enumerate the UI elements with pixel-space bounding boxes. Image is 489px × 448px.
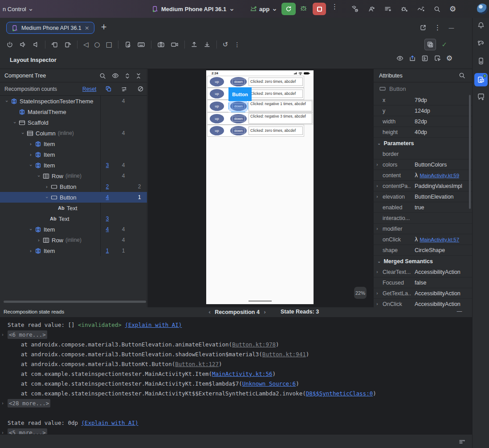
attribute-row-colors[interactable]: ›colorsButtonColors — [374, 159, 472, 170]
layout-inspector-tool-button[interactable] — [474, 73, 488, 86]
console-fold-line[interactable]: ›<6 more...> — [0, 330, 472, 340]
gradle-icon[interactable] — [477, 39, 485, 46]
tree-row-item-6[interactable]: ›Item34 — [0, 160, 147, 171]
ai-chat-icon[interactable] — [477, 93, 485, 101]
close-tab-icon[interactable]: × — [85, 25, 90, 31]
recomposition-count[interactable]: 2 — [99, 181, 115, 192]
build-variants-icon[interactable] — [384, 5, 392, 13]
attribute-row-contentpa[interactable]: ›contentPa...PaddingValuesImpl — [374, 181, 472, 191]
tab-medium-phone[interactable]: Medium Phone API 36.1 × — [6, 22, 94, 34]
view-options-eye-icon[interactable] — [396, 55, 404, 62]
next-recomposition-icon[interactable]: › — [264, 309, 266, 315]
up-button[interactable]: up — [210, 114, 224, 123]
apply-changes-icon[interactable] — [367, 5, 375, 13]
recomposition-count[interactable]: 1 — [99, 245, 115, 256]
attach-debugger-icon[interactable] — [400, 5, 408, 13]
attribute-row-shape[interactable]: shapeCircleShape — [374, 245, 472, 256]
recomposition-count[interactable]: 3 — [99, 213, 115, 224]
rerun-button[interactable] — [281, 3, 296, 15]
device-selector[interactable]: Medium Phone API 36.1 ⌄ — [151, 5, 235, 12]
attribute-row-focused[interactable]: Focusedfalse — [374, 277, 472, 288]
tree-filter-eye-icon[interactable] — [111, 72, 119, 79]
prev-recomposition-icon[interactable]: ‹ — [208, 309, 211, 315]
add-tab-icon[interactable]: + — [101, 23, 107, 31]
attributes-search-icon[interactable] — [458, 72, 466, 79]
stop-button[interactable] — [313, 3, 326, 15]
chevron-collapsed-icon[interactable]: › — [28, 248, 34, 254]
attribute-row-enabled[interactable]: enabledtrue — [374, 202, 472, 213]
tree-row-item-5[interactable]: ›Item — [0, 149, 147, 160]
chevron-expanded-icon[interactable]: › — [28, 226, 34, 232]
chevron-expanded-icon[interactable]: › — [44, 194, 50, 200]
show-skips-icon[interactable] — [116, 86, 132, 92]
screen-record-icon[interactable] — [171, 41, 179, 48]
expand-chevron-icon[interactable]: › — [376, 162, 381, 167]
notifications-bell-icon[interactable] — [477, 21, 485, 29]
back-icon[interactable]: ◁ — [83, 41, 89, 48]
power-icon[interactable] — [6, 41, 13, 48]
expand-chevron-icon[interactable]: › — [376, 183, 381, 188]
reset-counts-link[interactable]: Reset — [82, 86, 96, 92]
open-in-window-icon[interactable] — [420, 24, 427, 31]
home-icon[interactable]: ○ — [94, 41, 100, 48]
section-parameters[interactable]: ⌄Parameters — [374, 138, 472, 149]
tab-options-kebab-icon[interactable]: ⋮ — [434, 24, 441, 31]
volume-down-icon[interactable] — [32, 41, 39, 48]
tree-row-item-14[interactable]: ›Item11 — [0, 245, 147, 256]
section-merged-semantics[interactable]: ⌄Merged Semantics — [374, 256, 472, 267]
recomposition-count[interactable]: 4 — [99, 224, 115, 235]
toggle-tree-icon[interactable] — [421, 55, 429, 62]
console-source-link[interactable]: Button.kt:978 — [232, 341, 276, 348]
tree-row-stateinspectiontestertheme-0[interactable]: ›StateInspectionTesterTheme4 — [0, 96, 147, 106]
more-actions-icon[interactable]: ⋮ — [331, 4, 338, 10]
tree-row-item-12[interactable]: ›Item44 — [0, 224, 147, 235]
chevron-expanded-icon[interactable]: › — [28, 162, 34, 168]
fold-chevron-icon[interactable]: › — [2, 399, 4, 408]
attribute-row-cleartext[interactable]: ›ClearText...AccessibilityAction — [374, 267, 472, 277]
fold-chevron-icon[interactable]: › — [2, 330, 4, 340]
tree-row-button-8[interactable]: ›Button22 — [0, 181, 147, 192]
minimize-console-icon[interactable]: — — [456, 308, 462, 314]
chevron-collapsed-icon[interactable]: › — [36, 237, 42, 243]
down-button[interactable]: down — [230, 114, 247, 123]
console-link[interactable]: MainActivity.kt:56 — [212, 371, 272, 377]
tree-row-row-7[interactable]: ›Row(inline)4 — [0, 171, 147, 181]
collapse-all-icon[interactable] — [135, 73, 142, 79]
reset-icon[interactable]: ↺ — [223, 41, 228, 48]
source-link[interactable]: MainActivity.kt:59 — [420, 173, 459, 178]
console-fold-line[interactable]: ›<28 more...> — [0, 399, 472, 408]
up-button[interactable]: up — [210, 77, 224, 86]
tree-row-text-10[interactable]: AbText — [0, 203, 147, 213]
console-options-icon[interactable] — [458, 438, 466, 445]
console-link[interactable]: D8$$SyntheticClass:0 — [306, 390, 373, 397]
console-source-link[interactable]: Button.kt:127 — [175, 361, 219, 367]
chevron-expanded-icon[interactable]: › — [20, 130, 26, 136]
attribute-row-height[interactable]: height40dp — [374, 127, 472, 138]
screenshot-icon[interactable] — [157, 41, 165, 48]
expand-chevron-icon[interactable]: › — [376, 226, 381, 231]
attribute-row-content[interactable]: contentλMainActivity.kt:59 — [374, 170, 472, 181]
recomposition-count[interactable]: 4 — [99, 192, 115, 203]
chevron-expanded-icon[interactable]: › — [12, 119, 18, 126]
attribute-row-modifier[interactable]: ›modifier — [374, 224, 472, 234]
down-button[interactable]: down — [230, 126, 247, 135]
user-avatar[interactable] — [477, 4, 488, 14]
device-settings-icon[interactable] — [124, 41, 131, 48]
chevron-collapsed-icon[interactable]: › — [28, 141, 34, 147]
disable-counts-icon[interactable] — [132, 86, 147, 92]
export-snapshot-icon[interactable] — [409, 55, 416, 62]
inspector-settings-gear-icon[interactable]: ⚙ — [446, 55, 452, 62]
upload-icon[interactable] — [191, 41, 198, 48]
select-component-icon[interactable] — [434, 55, 441, 62]
tree-search-icon[interactable] — [99, 72, 106, 80]
run-configuration-selector[interactable]: app ⌄ — [249, 6, 277, 12]
attribute-row-width[interactable]: width82dp — [374, 116, 472, 127]
attribute-row-onclick[interactable]: ›OnClickAccessibilityAction — [374, 299, 472, 307]
attribute-row-elevation[interactable]: ›elevationButtonElevation — [374, 191, 472, 202]
source-link[interactable]: MainActivity.kt:57 — [420, 237, 459, 242]
vcs-widget[interactable]: n Control ⌄ — [0, 6, 33, 12]
tree-row-scaffold-2[interactable]: ›Scaffold — [0, 117, 147, 128]
console-link[interactable]: (Explain with AI) — [125, 322, 182, 328]
overview-icon[interactable]: □ — [106, 41, 112, 48]
build-icon[interactable] — [351, 5, 359, 13]
